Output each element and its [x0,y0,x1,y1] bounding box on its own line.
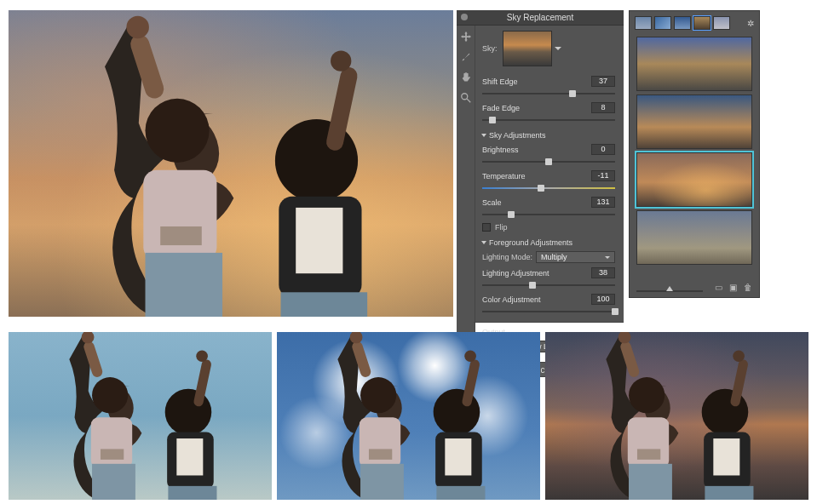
new-preset-icon[interactable]: ▣ [729,283,737,292]
thumbnail-size-slider[interactable] [636,290,703,292]
temperature-slider[interactable] [482,184,615,192]
scale-value[interactable]: 131 [591,197,615,208]
variant-preview [277,332,540,500]
sky-preset-thumb[interactable] [636,210,752,265]
variants-row [0,329,817,504]
brush-tool-icon[interactable] [460,51,472,63]
brightness-label: Brightness [482,146,519,154]
svg-line-13 [466,99,469,102]
sky-preset-thumb[interactable] [636,152,752,207]
delete-icon[interactable]: 🗑 [744,283,752,292]
fade-edge-label: Fade Edge [482,104,520,112]
new-folder-icon[interactable]: ▭ [715,283,722,292]
flip-label: Flip [495,223,508,232]
sky-preset-browser: ✲ ▭ ▣ 🗑 [629,10,760,298]
lighting-adjustment-label: Lighting Adjustment [482,269,549,278]
variant-preview [545,332,808,500]
sky-adjustments-header[interactable]: Sky Adjustments [482,131,615,140]
window-close-dot[interactable] [461,14,468,20]
sky-label: Sky: [482,44,498,53]
settings-gear-icon[interactable]: ✲ [747,19,754,28]
color-adjustment-slider[interactable] [482,307,615,316]
sky-preset-thumb[interactable] [636,37,752,91]
move-tool-icon[interactable] [460,31,472,43]
temperature-value[interactable]: -11 [591,170,615,181]
sky-preset-thumb[interactable] [636,94,752,149]
dialog-title: Sky Replacement [457,10,624,26]
fade-edge-value[interactable]: 8 [591,102,615,113]
dialog-toolbar [457,26,475,358]
shift-edge-value[interactable]: 37 [591,76,615,87]
svg-point-12 [461,94,467,100]
lighting-mode-label: Lighting Mode: [482,253,532,261]
fade-edge-slider[interactable] [482,116,615,124]
lighting-adjustment-slider[interactable] [482,281,615,289]
shift-edge-label: Shift Edge [482,77,518,86]
variant-preview [9,332,272,500]
color-adjustment-label: Color Adjustment [482,295,541,304]
sky-category-thumb[interactable] [654,16,671,30]
sky-category-thumb[interactable] [674,16,691,30]
color-adjustment-value[interactable]: 100 [591,294,615,305]
dialog-title-text: Sky Replacement [507,13,573,22]
foreground-adjustments-header[interactable]: Foreground Adjustments [482,238,615,247]
sky-preset-dropdown[interactable] [503,31,552,66]
zoom-tool-icon[interactable] [460,92,472,104]
scale-slider[interactable] [482,210,615,219]
shift-edge-slider[interactable] [482,89,615,98]
document-canvas[interactable] [9,10,453,317]
lighting-mode-select[interactable]: Multiply [536,251,615,263]
brightness-value[interactable]: 0 [591,144,615,155]
sky-category-thumb[interactable] [713,16,730,30]
flip-checkbox[interactable] [482,223,491,232]
sky-category-thumb[interactable] [693,16,711,30]
sky-replacement-dialog: Sky Replacement Sky: Shift Edge 37 [457,10,624,322]
hand-tool-icon[interactable] [460,72,472,83]
sky-category-thumb[interactable] [635,16,652,30]
brightness-slider[interactable] [482,158,615,166]
scale-label: Scale [482,198,502,207]
temperature-label: Temperature [482,172,526,180]
lighting-adjustment-value[interactable]: 38 [591,267,615,278]
